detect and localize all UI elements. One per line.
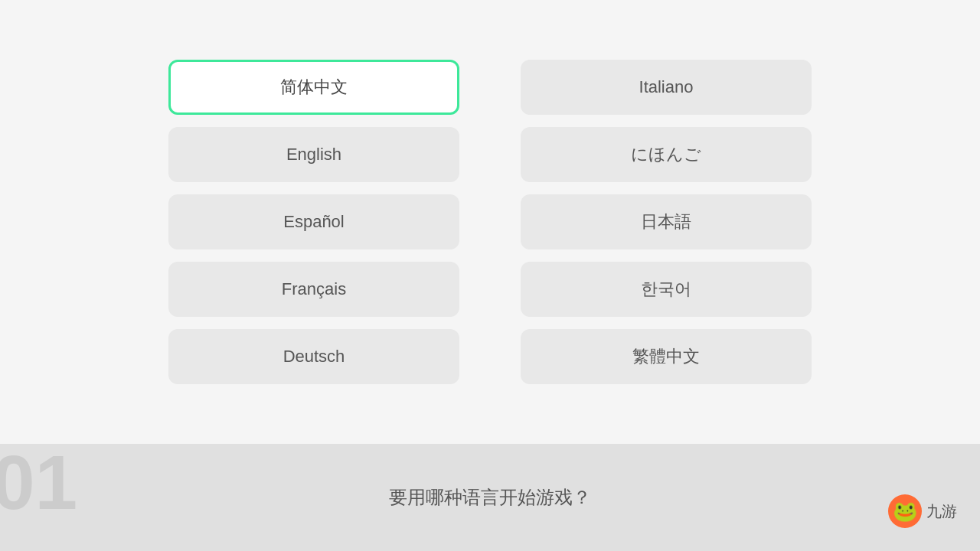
- main-area: 简体中文 Italiano English にほんご Español 日本語 F…: [0, 0, 980, 444]
- lang-btn-ja[interactable]: 日本語: [521, 194, 812, 249]
- lang-btn-ja-kana[interactable]: にほんご: [521, 127, 812, 182]
- step-number: 01: [0, 444, 77, 520]
- lang-btn-it[interactable]: Italiano: [521, 60, 812, 115]
- lang-btn-zh-tw[interactable]: 繁體中文: [521, 329, 812, 384]
- lang-btn-ko[interactable]: 한국어: [521, 262, 812, 317]
- logo-icon: 🐸: [888, 494, 922, 528]
- bottom-logo: 🐸 九游: [888, 494, 957, 528]
- lang-btn-fr[interactable]: Français: [168, 262, 459, 317]
- lang-btn-zh-cn[interactable]: 简体中文: [168, 60, 459, 115]
- lang-btn-es[interactable]: Español: [168, 194, 459, 249]
- logo-text: 九游: [926, 501, 957, 522]
- lang-btn-en[interactable]: English: [168, 127, 459, 182]
- language-grid: 简体中文 Italiano English にほんご Español 日本語 F…: [168, 60, 812, 384]
- bottom-bar: 01 要用哪种语言开始游戏？ 🐸 九游: [0, 444, 980, 551]
- lang-btn-de[interactable]: Deutsch: [168, 329, 459, 384]
- bottom-question: 要用哪种语言开始游戏？: [389, 485, 591, 510]
